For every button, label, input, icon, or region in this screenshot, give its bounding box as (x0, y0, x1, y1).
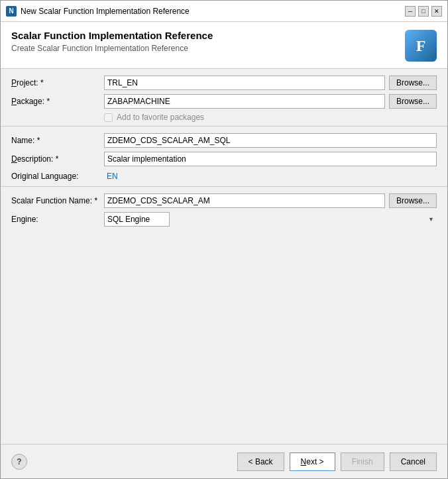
header-text: Scalar Function Implementation Reference… (11, 30, 213, 53)
package-label: Package: * (11, 97, 104, 106)
window: N New Scalar Function Implementation Ref… (0, 0, 448, 479)
package-browse-button[interactable]: Browse... (389, 94, 437, 109)
name-label: Name: * (11, 136, 104, 145)
scalar-function-label: Scalar Function Name: * (11, 196, 104, 205)
original-language-row: Original Language: EN (11, 170, 437, 182)
footer-right: < Back Next > Finish Cancel (237, 452, 437, 471)
engine-label: Engine: (11, 215, 104, 224)
title-bar-controls: ─ □ ✕ (405, 6, 442, 17)
favorite-row: Add to favorite packages (11, 113, 437, 122)
engine-select[interactable]: SQL Engine ABAP Engine (104, 212, 170, 227)
name-input[interactable] (104, 133, 437, 148)
scalar-function-browse-button[interactable]: Browse... (389, 193, 437, 208)
back-button[interactable]: < Back (237, 452, 284, 471)
name-section: Name: * Description: * Original Language… (1, 127, 447, 186)
header-section: Scalar Function Implementation Reference… (1, 22, 447, 69)
engine-row: Engine: SQL Engine ABAP Engine (11, 212, 437, 227)
package-row: Package: * Browse... (11, 94, 437, 109)
project-label: Project: * (11, 78, 104, 87)
header-icon: F (405, 30, 437, 62)
close-button[interactable]: ✕ (431, 6, 442, 17)
package-input[interactable] (104, 94, 385, 109)
cancel-button[interactable]: Cancel (390, 452, 437, 471)
maximize-button[interactable]: □ (418, 6, 429, 17)
add-to-favorite-checkbox[interactable] (104, 113, 113, 122)
window-icon: N (6, 6, 17, 17)
name-row: Name: * (11, 133, 437, 148)
engine-select-wrapper: SQL Engine ABAP Engine (104, 212, 437, 227)
description-row: Description: * (11, 152, 437, 166)
scalar-function-row: Scalar Function Name: * Browse... (11, 193, 437, 208)
project-input[interactable] (104, 76, 385, 90)
scalar-engine-section: Scalar Function Name: * Browse... Engine… (1, 187, 447, 231)
project-row: Project: * Browse... (11, 76, 437, 90)
title-bar: N New Scalar Function Implementation Ref… (1, 1, 447, 22)
scalar-function-input[interactable] (104, 193, 385, 208)
header-title: Scalar Function Implementation Reference (11, 30, 213, 41)
form-content: Project: * Browse... Package: * Browse..… (1, 69, 447, 444)
empty-area (1, 231, 447, 363)
next-button[interactable]: Next > (290, 452, 335, 471)
add-to-favorite-label: Add to favorite packages (117, 113, 204, 122)
description-label: Description: * (11, 154, 104, 164)
title-bar-left: N New Scalar Function Implementation Ref… (6, 6, 190, 17)
project-browse-button[interactable]: Browse... (389, 76, 437, 90)
help-button[interactable]: ? (11, 454, 27, 470)
footer-left: ? (11, 454, 27, 470)
original-language-label: Original Language: (11, 172, 104, 181)
footer: ? < Back Next > Finish Cancel (1, 444, 447, 478)
project-package-section: Project: * Browse... Package: * Browse..… (1, 69, 447, 126)
original-language-value: EN (104, 170, 121, 182)
window-title: New Scalar Function Implementation Refer… (21, 7, 190, 16)
finish-button[interactable]: Finish (341, 452, 384, 471)
minimize-button[interactable]: ─ (405, 6, 416, 17)
description-input[interactable] (104, 152, 437, 166)
header-subtitle: Create Scalar Function Implementation Re… (11, 44, 213, 53)
